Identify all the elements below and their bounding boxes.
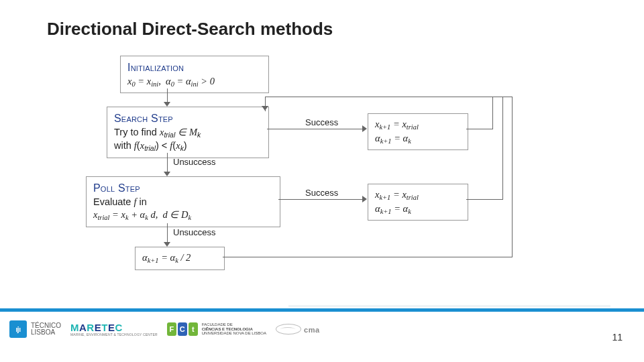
accent-bar — [0, 308, 644, 312]
succ1-line2: αk+1 = αk — [375, 132, 461, 146]
page-number: 11 — [612, 332, 623, 343]
loop-head — [262, 106, 268, 111]
logo-row: ıjı TÉCNICO LISBOA MARETEC MARINE, ENVIR… — [9, 320, 320, 338]
cma-icon — [276, 324, 301, 335]
arrow-poll-success — [278, 199, 364, 200]
fct-line3: UNIVERSIDADE NOVA DE LISBOA — [202, 331, 266, 336]
arrow-poll-success-head — [362, 196, 367, 202]
flowchart: Initialization x0 = xini, α0 = αini > 0 … — [0, 0, 644, 362]
loop-right-1b — [492, 97, 493, 129]
success-update-2: xk+1 = xtrial αk+1 = αk — [368, 184, 468, 221]
faint-divider — [288, 305, 610, 307]
fct-line2: CIÊNCIAS E TECNOLOGIA — [202, 327, 266, 332]
init-box: Initialization x0 = xini, α0 = αini > 0 — [120, 56, 269, 93]
tecnico-line2: LISBOA — [31, 329, 61, 337]
arrow-search-success — [267, 129, 364, 129]
success-label-2: Success — [305, 188, 338, 198]
unsuccess-label-2: Unsuccess — [173, 227, 216, 237]
loop-top-rail — [265, 97, 513, 97]
halve-body: αk+1 = αk / 2 — [142, 251, 217, 265]
success-label-1: Success — [305, 117, 338, 127]
halve-box: αk+1 = αk / 2 — [135, 247, 225, 270]
arrow-init-search — [167, 88, 168, 103]
loop-halve-b — [512, 97, 513, 257]
init-body: x0 = xini, α0 = αini > 0 — [127, 75, 262, 89]
loop-right-2a — [466, 199, 503, 200]
succ2-line1: xk+1 = xtrial — [375, 188, 461, 202]
cma-text: cma — [304, 326, 320, 334]
search-box: Search Step Try to find xtrial ∈ Mk with… — [107, 107, 269, 158]
fct-text: FACULDADE DE CIÊNCIAS E TECNOLOGIA UNIVE… — [202, 322, 266, 336]
tecnico-icon: ıjı — [9, 320, 27, 338]
succ2-line2: αk+1 = αk — [375, 202, 461, 217]
arrow-search-poll-head — [164, 172, 170, 176]
loop-right-2b — [502, 97, 503, 200]
poll-body1: Evaluate f in — [93, 196, 273, 209]
fct-icon: F C t — [167, 322, 198, 336]
logo-maretec: MARETEC MARINE, ENVIRONMENT & TECHNOLOGY… — [70, 322, 158, 337]
search-body2: with f(xtrial) < f(xk) — [114, 139, 262, 154]
unsuccess-label-1: Unsuccess — [173, 157, 216, 167]
maretec-sub: MARINE, ENVIRONMENT & TECHNOLOGY CENTER — [70, 333, 158, 337]
poll-box: Poll Step Evaluate f in xtrial = xk + αk… — [86, 176, 280, 227]
slide: Directional Direct-Search methods Initia… — [0, 0, 644, 362]
logo-fct: F C t FACULDADE DE CIÊNCIAS E TECNOLOGIA… — [167, 322, 266, 336]
search-caption: Search Step — [114, 111, 262, 126]
succ1-line1: xk+1 = xtrial — [375, 118, 461, 132]
arrow-init-search-head — [164, 102, 170, 107]
logo-cma: cma — [276, 323, 320, 335]
tecnico-text: TÉCNICO LISBOA — [31, 322, 61, 337]
arrow-poll-halve-head — [164, 242, 170, 247]
poll-body2: xtrial = xk + αk d, d ∈ Dk — [93, 208, 273, 223]
success-update-1: xk+1 = xtrial αk+1 = αk — [368, 113, 468, 150]
arrow-search-poll — [167, 153, 168, 173]
arrow-search-success-head — [362, 125, 367, 132]
poll-caption: Poll Step — [93, 181, 273, 196]
search-body1: Try to find xtrial ∈ Mk — [114, 126, 262, 140]
logo-tecnico: ıjı TÉCNICO LISBOA — [9, 320, 61, 338]
init-caption: Initialization — [127, 60, 262, 75]
arrow-poll-halve — [167, 223, 168, 243]
loop-right-1a — [466, 129, 493, 129]
loop-halve-a — [223, 257, 513, 257]
fct-line1: FACULDADE DE — [202, 322, 266, 327]
